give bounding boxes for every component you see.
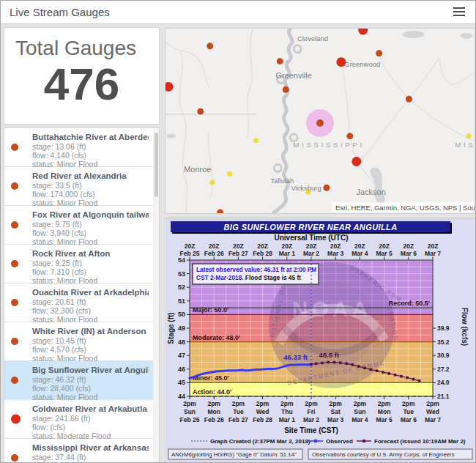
left-tick-label: 48 — [178, 338, 185, 346]
list-scrollbar-thumb[interactable] — [155, 133, 158, 197]
ref-line-label: Major: 50.0' — [193, 306, 228, 314]
top-tick-date: Feb 27 — [228, 250, 248, 257]
forecast-marker — [357, 365, 360, 368]
gauge-map-dot[interactable] — [406, 96, 412, 103]
gauge-map-dot[interactable] — [227, 171, 232, 177]
list-scrollbar[interactable] — [153, 128, 159, 463]
gauge-status-dot — [11, 144, 18, 151]
bottom-tick-time: 2pm — [329, 400, 342, 407]
total-gauges-label: Total Gauges — [15, 37, 159, 60]
forecast-marker — [400, 375, 403, 378]
right-tick-label: 24.0 — [437, 379, 450, 386]
gauge-list-item[interactable]: Red River at Alexandria stage: 33.5 (ft)… — [4, 167, 159, 206]
top-tick-date: Mar 2 — [303, 250, 319, 257]
bottom-tick-date: Mar 5 — [376, 416, 392, 423]
city-label: Cleveland — [297, 34, 328, 42]
gauge-map-dot[interactable] — [277, 58, 283, 64]
top-tick-z: 20Z — [354, 242, 365, 250]
footer-courtesy-text: Observations courtesy of U.S. Army Corps… — [312, 451, 455, 458]
top-tick-date: Mar 6 — [401, 250, 417, 257]
city-label: Vicksburg — [291, 184, 321, 192]
left-tick-label: 52 — [178, 284, 185, 291]
gauge-status-dot — [11, 182, 18, 190]
gauge-list-item[interactable]: Mississippi River at Arkansas City stage… — [4, 439, 159, 463]
gauge-map-dot[interactable] — [197, 108, 204, 115]
gauge-list-item[interactable]: White River (IN) at Anderson stage: 10.4… — [4, 322, 159, 361]
gauge-flow: flow: 7,310 (cfs) — [32, 267, 149, 276]
gauge-list-item[interactable]: Coldwater River at Arkabutla Dam stage: … — [4, 400, 159, 439]
city-label: Monroe — [184, 165, 211, 174]
gauge-name: Coldwater River at Arkabutla Dam — [32, 404, 149, 414]
gauge-map-dot[interactable] — [346, 133, 353, 139]
gauge-stage: stage: 33.5 (ft) — [32, 181, 149, 190]
gauge-status-dot — [11, 299, 18, 306]
forecast-marker — [310, 363, 313, 366]
gauge-map-dot[interactable] — [376, 50, 382, 56]
gauge-status-dot — [11, 415, 21, 424]
top-tick-date: Feb 28 — [253, 250, 272, 257]
top-tick-date: Mar 4 — [352, 250, 368, 257]
right-tick-label: 39.9 — [437, 325, 450, 332]
gauge-stage: stage: 241.66 (ft) — [32, 414, 149, 423]
gauge-map-dot[interactable] — [466, 133, 472, 138]
gauge-flow: flow: 32,300 (cfs) — [32, 306, 149, 315]
chart-title: BIG SUNFLOWER RIVER NEAR ANGUILLA — [223, 223, 397, 232]
bottom-tick-dow: Tue — [233, 408, 244, 415]
selected-gauge-dot[interactable] — [316, 119, 324, 127]
bottom-tick-date: Mar 3 — [327, 416, 343, 423]
gauge-name: Rock River at Afton — [32, 249, 149, 259]
gauge-list-item[interactable]: Ouachita River at Arkadelphia stage: 20.… — [4, 284, 159, 322]
gauge-stage: stage: 10.45 (ft) — [32, 336, 149, 345]
bottom-tick-time: 2pm — [232, 400, 245, 407]
series-value-label: 46.33 ft — [283, 353, 308, 361]
gauge-flow: flow: 174,000 (cfs) — [32, 190, 149, 199]
gauge-map-dot[interactable] — [352, 157, 361, 166]
gauge-status-dot — [11, 454, 18, 462]
gauge-name: Buttahatchie River at Aberdeen — [32, 133, 149, 142]
gauge-name: Red River at Alexandria — [32, 171, 149, 181]
top-tick-z: 20Z — [306, 242, 317, 250]
map-panel[interactable]: ClevelandGreenwoodGreenvilleMonroeTallul… — [165, 28, 475, 214]
gauge-map-dot[interactable] — [207, 42, 213, 49]
total-gauges-value: 476 — [4, 62, 159, 107]
gauge-list-item[interactable]: Fox River at Algonquin tailwater stage: … — [4, 206, 159, 245]
bottom-tick-time: 2pm — [402, 400, 415, 407]
bottom-tick-dow: Thu — [281, 408, 293, 415]
bottom-axis-title: Site Time (CST) — [284, 426, 338, 434]
city-label: Greenwood — [344, 60, 380, 68]
bottom-tick-dow: Sat — [331, 408, 341, 415]
map-canvas[interactable]: ClevelandGreenwoodGreenvilleMonroeTallul… — [166, 29, 475, 213]
left-axis-title: Stage (ft) — [167, 312, 175, 344]
bottom-tick-time: 2pm — [426, 400, 439, 407]
latest-value-line2: CST 2-Mar-2018. Flood Stage is 45 ft — [196, 274, 301, 281]
top-tick-z: 20Z — [257, 242, 268, 250]
legend-observed: Observed — [326, 438, 353, 445]
gauge-list-item[interactable]: Buttahatchie River at Aberdeen stage: 13… — [4, 128, 159, 167]
gauge-list-item[interactable]: Rock River at Afton stage: 9.25 (ft) flo… — [4, 245, 159, 284]
gauge-map-dot[interactable] — [209, 180, 215, 185]
forecast-marker — [412, 378, 415, 381]
top-tick-z: 20Z — [281, 242, 292, 250]
gauge-map-dot[interactable] — [283, 86, 289, 93]
bottom-tick-dow: Fri — [308, 408, 316, 415]
left-tick-label: 53 — [178, 270, 185, 278]
city-label: Greenville — [276, 71, 312, 80]
bottom-tick-date: Feb 25 — [180, 416, 200, 423]
forecast-marker — [333, 361, 336, 364]
hamburger-menu-icon[interactable] — [452, 7, 466, 18]
gauge-list: Buttahatchie River at Aberdeen stage: 13… — [4, 128, 159, 463]
gauge-stage: stage: 13.06 (ft) — [32, 142, 149, 151]
bottom-tick-date: Mar 6 — [401, 416, 417, 423]
forecast-marker — [352, 363, 354, 366]
left-tick-label: 54 — [178, 256, 185, 264]
gauge-map-dot[interactable] — [323, 185, 330, 191]
water-body — [461, 33, 472, 39]
left-tick-label: 49 — [178, 325, 185, 332]
chart-scroll-strip[interactable] — [165, 217, 475, 220]
gauge-list-item[interactable]: Big Sunflower River at Anguilla stage: 4… — [4, 361, 159, 400]
gauge-map-dot[interactable] — [253, 138, 259, 143]
bottom-tick-date: Mar 7 — [425, 416, 441, 423]
bottom-tick-date: Mar 2 — [303, 416, 319, 423]
state-label: MISSISSIPPI — [455, 141, 475, 149]
bottom-tick-dow: Wed — [256, 408, 269, 415]
